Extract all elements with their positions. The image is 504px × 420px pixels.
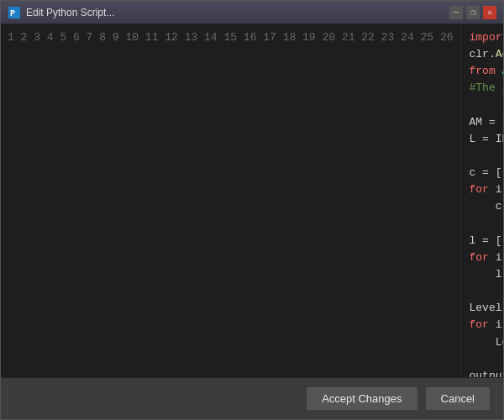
svg-text:P: P: [10, 9, 15, 18]
accept-changes-button[interactable]: Accept Changes: [307, 387, 417, 410]
restore-button[interactable]: ❐: [466, 6, 480, 19]
main-window: P Edit Python Script... — ❐ ✕ 1 2 3 4 5 …: [0, 0, 504, 420]
editor-area: 1 2 3 4 5 6 7 8 9 10 11 12 13 14 15 16 1…: [1, 24, 503, 377]
window-controls: — ❐ ✕: [449, 6, 496, 19]
window-title: Edit Python Script...: [26, 7, 449, 18]
titlebar: P Edit Python Script... — ❐ ✕: [1, 1, 503, 24]
close-button[interactable]: ✕: [483, 6, 496, 19]
footer: Accept Changes Cancel: [1, 377, 503, 419]
app-icon: P: [8, 6, 21, 19]
cancel-button[interactable]: Cancel: [426, 387, 490, 410]
minimize-button[interactable]: —: [449, 6, 463, 19]
line-numbers: 1 2 3 4 5 6 7 8 9 10 11 12 13 14 15 16 1…: [1, 24, 461, 377]
code-editor[interactable]: import clr clr.AddReference('ProtoGeomet…: [461, 24, 504, 377]
